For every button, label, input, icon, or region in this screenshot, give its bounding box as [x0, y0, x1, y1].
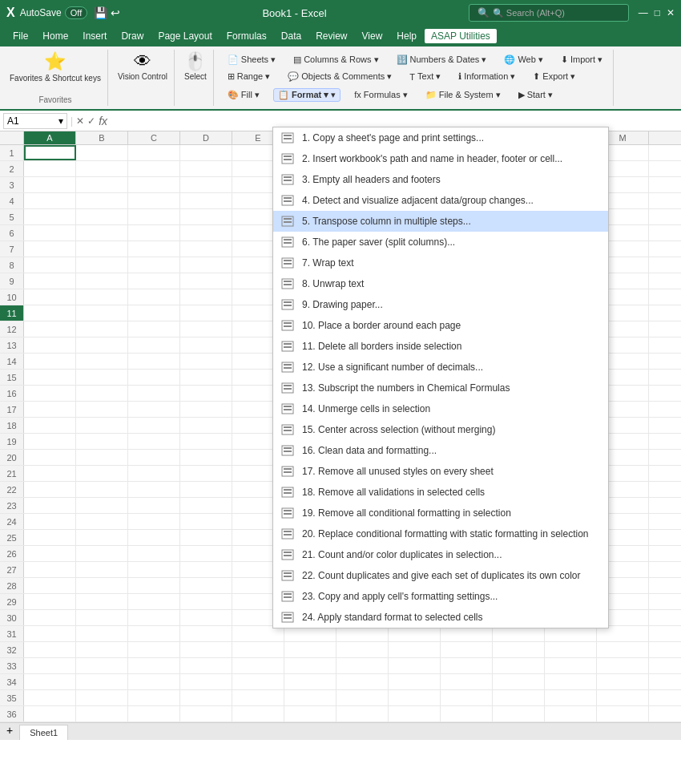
row-num-28[interactable]: 28 — [0, 578, 24, 593]
dropdown-item-18[interactable]: 18. Remove all validations in selected c… — [273, 482, 608, 503]
format-btn[interactable]: 📋 Format ▾ ▾ — [273, 88, 340, 102]
cell-24-0[interactable] — [24, 514, 76, 529]
row-num-17[interactable]: 17 — [0, 402, 24, 417]
cell-25-3[interactable] — [180, 530, 232, 545]
row-num-8[interactable]: 8 — [0, 257, 24, 273]
cancel-formula-icon[interactable]: ✕ — [76, 115, 84, 127]
cell-34-2[interactable] — [128, 674, 180, 689]
cell-6-2[interactable] — [128, 225, 180, 240]
row-num-22[interactable]: 22 — [0, 482, 24, 497]
cell-30-3[interactable] — [180, 610, 232, 625]
cell-4-3[interactable] — [180, 193, 232, 208]
cell-4-0[interactable] — [24, 193, 76, 208]
cell-17-1[interactable] — [76, 402, 128, 417]
row-num-25[interactable]: 25 — [0, 530, 24, 545]
cell-34-7[interactable] — [389, 674, 441, 689]
cell-33-4[interactable] — [232, 658, 284, 673]
cell-33-2[interactable] — [128, 658, 180, 673]
cell-12-3[interactable] — [180, 321, 232, 337]
cell-16-3[interactable] — [180, 386, 232, 401]
cell-2-3[interactable] — [180, 161, 232, 176]
cell-32-5[interactable] — [284, 642, 336, 657]
menu-insert[interactable]: Insert — [76, 29, 113, 43]
dropdown-item-20[interactable]: 20. Replace conditional formatting with … — [273, 523, 608, 544]
cell-18-1[interactable] — [76, 418, 128, 433]
menu-help[interactable]: Help — [390, 29, 423, 43]
cell-23-0[interactable] — [24, 498, 76, 513]
cell-35-7[interactable] — [389, 690, 441, 705]
cell-35-8[interactable] — [441, 690, 493, 705]
cell-6-0[interactable] — [24, 225, 76, 240]
close-icon[interactable]: ✕ — [667, 7, 675, 18]
row-num-21[interactable]: 21 — [0, 466, 24, 481]
cell-32-0[interactable] — [24, 642, 76, 657]
cell-36-6[interactable] — [336, 706, 389, 721]
cell-24-3[interactable] — [180, 514, 232, 529]
row-num-4[interactable]: 4 — [0, 193, 24, 208]
cell-5-3[interactable] — [180, 209, 232, 224]
dropdown-item-19[interactable]: 19. Remove all conditional formatting in… — [273, 503, 608, 523]
cell-11-0[interactable] — [24, 305, 76, 321]
cell-34-11[interactable] — [597, 674, 649, 689]
cell-9-3[interactable] — [180, 273, 232, 289]
dropdown-item-2[interactable]: 2. Insert workbook's path and name in he… — [273, 148, 608, 169]
cell-34-9[interactable] — [493, 674, 545, 689]
dropdown-item-22[interactable]: 22. Count duplicates and give each set o… — [273, 565, 608, 586]
cell-34-4[interactable] — [232, 674, 284, 689]
row-num-16[interactable]: 16 — [0, 386, 24, 401]
fill-btn[interactable]: 🎨 Fill ▾ — [224, 88, 264, 102]
cell-18-0[interactable] — [24, 418, 76, 433]
cell-14-1[interactable] — [76, 354, 128, 369]
cell-8-0[interactable] — [24, 257, 76, 273]
cell-20-0[interactable] — [24, 450, 76, 465]
row-num-19[interactable]: 19 — [0, 434, 24, 449]
cell-8-1[interactable] — [76, 257, 128, 273]
cell-32-1[interactable] — [76, 642, 128, 657]
cell-10-3[interactable] — [180, 289, 232, 305]
cell-9-1[interactable] — [76, 273, 128, 289]
cell-34-5[interactable] — [284, 674, 336, 689]
cell-28-2[interactable] — [128, 578, 180, 593]
cell-19-3[interactable] — [180, 434, 232, 449]
cell-32-7[interactable] — [389, 642, 441, 657]
cell-3-0[interactable] — [24, 177, 76, 192]
row-num-27[interactable]: 27 — [0, 562, 24, 577]
cell-21-2[interactable] — [128, 466, 180, 481]
dropdown-item-11[interactable]: 11. Delete all borders inside selection — [273, 336, 608, 357]
cell-27-0[interactable] — [24, 562, 76, 577]
cell-25-1[interactable] — [76, 530, 128, 545]
cell-17-3[interactable] — [180, 402, 232, 417]
cell-36-0[interactable] — [24, 706, 76, 721]
maximize-icon[interactable]: □ — [655, 7, 660, 18]
cell-36-4[interactable] — [232, 706, 284, 721]
dropdown-item-6[interactable]: 6. The paper saver (split columns)... — [273, 232, 608, 253]
cell-26-3[interactable] — [180, 546, 232, 561]
cell-34-0[interactable] — [24, 674, 76, 689]
row-num-20[interactable]: 20 — [0, 450, 24, 465]
cell-36-2[interactable] — [128, 706, 180, 721]
col-header-d[interactable]: D — [180, 131, 232, 144]
cell-34-1[interactable] — [76, 674, 128, 689]
menu-data[interactable]: Data — [275, 29, 308, 43]
cell-35-1[interactable] — [76, 690, 128, 705]
cell-5-1[interactable] — [76, 209, 128, 224]
cell-28-3[interactable] — [180, 578, 232, 593]
cell-21-0[interactable] — [24, 466, 76, 481]
cell-32-10[interactable] — [545, 642, 597, 657]
cell-35-4[interactable] — [232, 690, 284, 705]
cell-31-0[interactable] — [24, 626, 76, 641]
cell-25-0[interactable] — [24, 530, 76, 545]
cell-33-9[interactable] — [493, 658, 545, 673]
search-box[interactable]: 🔍 🔍 Search (Alt+Q) — [469, 4, 629, 22]
cell-36-5[interactable] — [284, 706, 336, 721]
cell-3-1[interactable] — [76, 177, 128, 192]
cell-2-1[interactable] — [76, 161, 128, 176]
cell-23-2[interactable] — [128, 498, 180, 513]
row-num-31[interactable]: 31 — [0, 626, 24, 641]
dropdown-item-13[interactable]: 13. Subscript the numbers in Chemical Fo… — [273, 378, 608, 398]
row-num-14[interactable]: 14 — [0, 354, 24, 369]
dropdown-item-5[interactable]: 5. Transpose column in multiple steps... — [273, 211, 608, 232]
cell-10-2[interactable] — [128, 289, 180, 305]
cell-33-10[interactable] — [545, 658, 597, 673]
cell-7-3[interactable] — [180, 241, 232, 257]
